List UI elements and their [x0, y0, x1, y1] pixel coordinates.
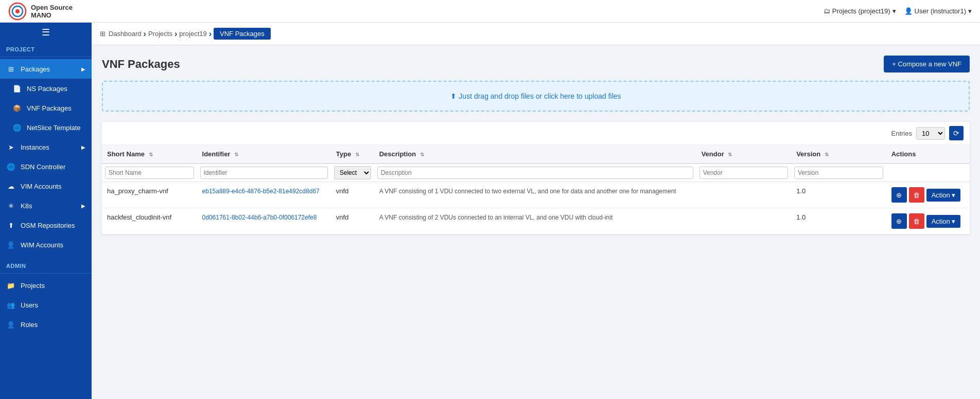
action-dropdown-0[interactable]: Action ▾	[926, 189, 961, 202]
upload-area[interactable]: ⬆ Just drag and drop files or click here…	[102, 81, 970, 112]
table-row: ha_proxy_charm-vnf eb15a889-e4c6-4876-b5…	[102, 182, 970, 208]
upload-text: ⬆ Just drag and drop files or click here…	[450, 92, 621, 100]
topology-button-1[interactable]: ⊕	[891, 213, 907, 229]
topbar-right: 🗂 Projects (project19) ▾ 👤 User (instruc…	[824, 7, 972, 15]
logo: Open SourceMANO	[8, 2, 73, 21]
cell-version-0: 1.0	[791, 182, 886, 208]
cell-actions-0: ⊕ 🗑 Action ▾	[886, 182, 970, 208]
sidebar-item-osm-repos-label: OSM Repositories	[21, 222, 75, 229]
sidebar-item-sdn[interactable]: 🌐 SDN Controller	[0, 157, 92, 176]
vnf-packages-table: Short Name ⇅ Identifier ⇅ Type ⇅ Descrip…	[102, 145, 970, 234]
cell-vendor-1	[696, 208, 792, 234]
sidebar-item-projects-label: Projects	[21, 282, 45, 289]
cell-identifier-1: 0d061761-8b02-44b6-a7b0-0f006172efe8	[197, 208, 331, 234]
filter-description[interactable]	[377, 167, 693, 179]
sidebar-item-vim-label: VIM Accounts	[21, 183, 61, 190]
cell-type-0: vnfd	[331, 182, 374, 208]
col-description: Description ⇅	[374, 145, 696, 164]
breadcrumb-vnf-packages[interactable]: VNF Packages	[214, 28, 271, 40]
cell-version-1: 1.0	[791, 208, 886, 234]
instances-arrow: ▶	[81, 144, 85, 150]
page-header: VNF Packages + Compose a new VNF	[102, 56, 970, 72]
users-icon: 👥	[6, 300, 15, 310]
cell-vendor-0	[696, 182, 792, 208]
sidebar-item-netslice[interactable]: 🌐 NetSlice Template	[0, 118, 92, 137]
sidebar: ☰ PROJECT ⊞ Packages ▶ 📄 NS Packages 📦 V…	[0, 23, 92, 399]
table-card: Entries 5 10 25 50 100 ⟳ Short Name ⇅	[102, 122, 970, 234]
sidebar-item-vnf-packages[interactable]: 📦 VNF Packages	[0, 98, 92, 118]
osm-repos-icon: ⬆	[6, 221, 15, 230]
sidebar-item-roles[interactable]: 👤 Roles	[0, 315, 92, 334]
col-type: Type ⇅	[331, 145, 374, 164]
sidebar-item-vim[interactable]: ☁ VIM Accounts	[0, 176, 92, 196]
ns-packages-icon: 📄	[12, 84, 22, 93]
user-menu[interactable]: 👤 User (instructor1) ▾	[904, 7, 972, 15]
sidebar-item-wim[interactable]: 👤 WIM Accounts	[0, 235, 92, 255]
col-identifier: Identifier ⇅	[197, 145, 331, 164]
topbar: Open SourceMANO 🗂 Projects (project19) ▾…	[0, 0, 980, 23]
action-dropdown-1[interactable]: Action ▾	[926, 215, 961, 228]
projects-menu[interactable]: 🗂 Projects (project19) ▾	[824, 7, 896, 15]
filter-version[interactable]	[794, 167, 883, 179]
svg-point-2	[15, 9, 20, 13]
page-body: VNF Packages + Compose a new VNF ⬆ Just …	[92, 45, 980, 399]
sidebar-item-packages-label: Packages	[21, 65, 50, 73]
sidebar-item-ns-packages-label: NS Packages	[27, 85, 67, 93]
sidebar-item-users-label: Users	[21, 301, 38, 309]
sidebar-item-instances[interactable]: ➤ Instances ▶	[0, 137, 92, 157]
admin-section-label: ADMIN	[0, 259, 92, 271]
breadcrumb-arrow-3: ›	[209, 29, 212, 39]
instances-icon: ➤	[6, 142, 15, 152]
entries-label: Entries	[891, 130, 912, 137]
netslice-icon: 🌐	[12, 123, 22, 132]
packages-icon: ⊞	[6, 64, 15, 74]
user-label: User (instructor1)	[915, 7, 966, 15]
sidebar-item-ns-packages[interactable]: 📄 NS Packages	[0, 79, 92, 98]
filter-vendor[interactable]	[699, 167, 789, 179]
filter-identifier[interactable]	[200, 167, 328, 179]
sidebar-item-users[interactable]: 👥 Users	[0, 295, 92, 315]
breadcrumb-arrow-1: ›	[144, 29, 146, 39]
project-label: Projects (project19)	[832, 7, 890, 15]
hamburger-button[interactable]: ☰	[0, 23, 92, 42]
sidebar-item-netslice-label: NetSlice Template	[27, 124, 81, 132]
delete-button-1[interactable]: 🗑	[909, 213, 924, 229]
vim-icon: ☁	[6, 182, 15, 191]
filter-type[interactable]: Select vnfd nsd	[334, 166, 371, 179]
col-short-name: Short Name ⇅	[102, 145, 197, 164]
table-row: hackfest_cloudinit-vnf 0d061761-8b02-44b…	[102, 208, 970, 234]
sidebar-item-projects[interactable]: 📁 Projects	[0, 276, 92, 295]
sidebar-item-instances-label: Instances	[21, 143, 49, 151]
compose-button[interactable]: + Compose a new VNF	[884, 56, 970, 72]
sidebar-item-packages[interactable]: ⊞ Packages ▶	[0, 59, 92, 79]
k8s-icon: ✳	[6, 201, 15, 210]
breadcrumb-arrow-2: ›	[174, 29, 177, 39]
k8s-arrow: ▶	[81, 203, 85, 209]
main-content: ⊞ Dashboard › Projects › project19 › VNF…	[92, 23, 980, 399]
breadcrumb-dashboard[interactable]: ⊞ Dashboard	[100, 30, 142, 38]
sidebar-item-k8s[interactable]: ✳ K8s ▶	[0, 196, 92, 215]
project-section-label: PROJECT	[0, 42, 92, 55]
breadcrumb-projects[interactable]: Projects	[148, 30, 172, 38]
dashboard-icon: ⊞	[100, 30, 106, 38]
cell-description-1: A VNF consisting of 2 VDUs connected to …	[374, 208, 696, 234]
sidebar-item-osm-repos[interactable]: ⬆ OSM Repositories	[0, 215, 92, 235]
breadcrumb-project19[interactable]: project19	[179, 30, 206, 38]
cell-description-0: A VNF consisting of 1 VDU connected to t…	[374, 182, 696, 208]
refresh-button[interactable]: ⟳	[949, 126, 964, 140]
sidebar-item-roles-label: Roles	[21, 321, 38, 329]
col-vendor: Vendor ⇅	[696, 145, 792, 164]
packages-arrow: ▶	[81, 66, 85, 72]
topology-button-0[interactable]: ⊕	[891, 187, 907, 203]
col-actions: Actions	[886, 145, 970, 164]
filter-short-name[interactable]	[105, 167, 194, 179]
delete-button-0[interactable]: 🗑	[909, 187, 924, 203]
table-toolbar: Entries 5 10 25 50 100 ⟳	[102, 122, 970, 145]
entries-select[interactable]: 5 10 25 50 100	[916, 127, 945, 140]
page-title: VNF Packages	[102, 58, 180, 71]
sdn-icon: 🌐	[6, 162, 15, 171]
vnf-packages-icon: 📦	[12, 103, 22, 113]
cell-short-name-1: hackfest_cloudinit-vnf	[102, 208, 197, 234]
layout: ☰ PROJECT ⊞ Packages ▶ 📄 NS Packages 📦 V…	[0, 23, 980, 399]
breadcrumb: ⊞ Dashboard › Projects › project19 › VNF…	[92, 23, 980, 45]
